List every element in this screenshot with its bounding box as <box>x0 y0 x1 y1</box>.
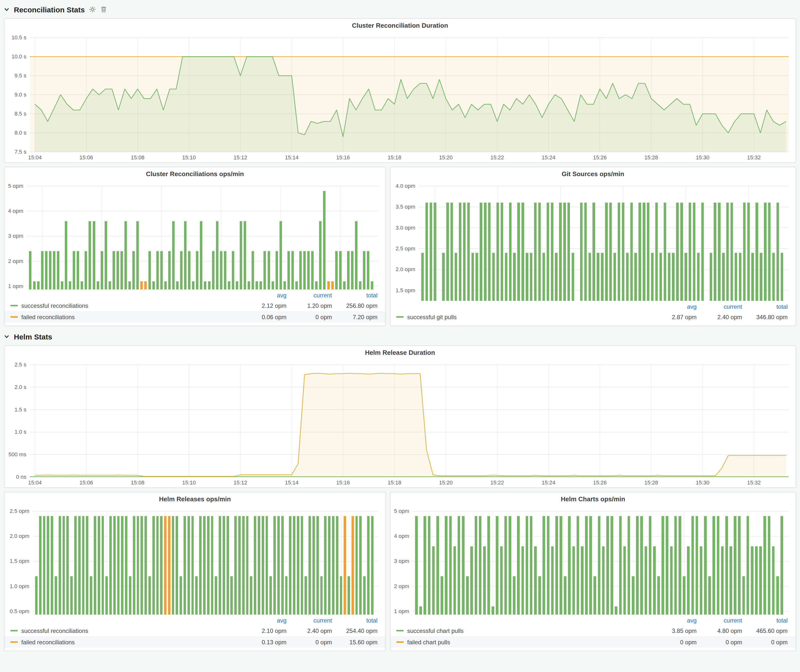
series-name[interactable]: successful chart pulls <box>407 627 464 634</box>
row-title-helm-stats[interactable]: Helm Stats <box>14 332 52 341</box>
series-color-swatch <box>10 305 18 306</box>
panel-row-reconciliation: Cluster Reconciliations ops/min 15:0515:… <box>4 167 796 326</box>
svg-text:2 opm: 2 opm <box>8 258 23 264</box>
svg-text:15:28: 15:28 <box>645 480 658 486</box>
trash-icon[interactable] <box>101 6 107 13</box>
series-name[interactable]: successful reconciliations <box>21 627 88 634</box>
legend-sort-avg[interactable]: avg <box>651 617 697 624</box>
svg-text:15:20: 15:20 <box>439 154 453 161</box>
svg-text:3 opm: 3 opm <box>8 233 23 239</box>
legend-total-value: 465.60 opm <box>742 627 788 634</box>
chart-cluster-reconciliations-opm[interactable]: 15:0515:1015:1515:2015:2515:300 opm1 opm… <box>5 181 386 290</box>
row-header-helm-stats: Helm Stats <box>4 330 796 343</box>
series-name[interactable]: failed chart pulls <box>407 638 450 646</box>
svg-text:15:32: 15:32 <box>747 480 761 486</box>
svg-text:5 opm: 5 opm <box>8 183 23 189</box>
legend-avg-value: 2.12 opm <box>241 302 286 309</box>
chart-helm-release-duration[interactable]: 15:0415:0615:0815:1015:1215:1415:1615:18… <box>5 360 795 487</box>
legend-git-sources: avgcurrenttotalsuccessful git pulls2.87 … <box>390 301 795 326</box>
legend-avg-value: 0 opm <box>651 638 697 646</box>
series-color-swatch <box>10 630 18 631</box>
chart-helm-releases-opm[interactable]: 15:0515:1015:1515:2015:2515:300 opm0.5 o… <box>5 506 386 614</box>
series-name[interactable]: failed reconciliations <box>21 314 75 320</box>
svg-text:2.0 s: 2.0 s <box>14 384 26 390</box>
svg-text:1.5 opm: 1.5 opm <box>10 558 29 564</box>
legend-current-value: 0 opm <box>286 314 332 320</box>
panel-title-helm-charts-opm[interactable]: Helm Charts ops/min <box>390 492 795 506</box>
series-name[interactable]: successful reconciliations <box>21 302 88 309</box>
svg-text:15:22: 15:22 <box>490 480 504 486</box>
svg-text:15:10: 15:10 <box>182 154 196 161</box>
svg-text:3.0 opm: 3.0 opm <box>395 225 415 231</box>
svg-text:1.5 s: 1.5 s <box>14 406 26 413</box>
svg-text:1.5 opm: 1.5 opm <box>395 287 415 293</box>
svg-text:15:20: 15:20 <box>439 480 453 486</box>
legend-avg-value: 0.13 opm <box>241 638 286 646</box>
legend-sort-total[interactable]: total <box>332 292 378 299</box>
panel-title-helm-release-duration[interactable]: Helm Release Duration <box>5 346 795 360</box>
chart-git-sources-opm[interactable]: 15:0515:1015:1515:2015:2515:301.0 opm1.5… <box>390 181 795 301</box>
legend-sort-avg[interactable]: avg <box>651 303 697 310</box>
panel-title-helm-releases-opm[interactable]: Helm Releases ops/min <box>5 492 386 506</box>
svg-text:2.5 s: 2.5 s <box>14 362 26 368</box>
legend-sort-current[interactable]: current <box>286 617 332 624</box>
svg-text:8.0 s: 8.0 s <box>14 130 26 136</box>
row-title-reconciliation-stats[interactable]: Reconciliation Stats <box>14 5 85 14</box>
svg-text:15:12: 15:12 <box>234 480 247 486</box>
svg-text:15:24: 15:24 <box>542 480 555 486</box>
svg-text:15:10: 15:10 <box>182 480 196 486</box>
legend-helm-charts: avgcurrenttotalsuccessful chart pulls3.8… <box>390 614 795 651</box>
svg-text:15:16: 15:16 <box>336 480 350 486</box>
svg-text:15:18: 15:18 <box>388 480 401 486</box>
legend-row: failed reconciliations0.13 opm0 opm15.60… <box>5 636 386 648</box>
legend-sort-total[interactable]: total <box>332 617 378 624</box>
svg-text:2.5 opm: 2.5 opm <box>395 245 415 252</box>
legend-sort-avg[interactable]: avg <box>241 292 286 299</box>
legend-sort-total[interactable]: total <box>742 303 788 310</box>
chevron-down-icon[interactable] <box>4 7 10 12</box>
legend-sort-current[interactable]: current <box>697 303 742 310</box>
svg-text:5 opm: 5 opm <box>394 508 409 514</box>
legend-sort-total[interactable]: total <box>742 617 788 624</box>
legend-total-value: 0 opm <box>742 638 788 646</box>
svg-text:1.0 s: 1.0 s <box>14 429 26 435</box>
legend-sort-current[interactable]: current <box>697 617 742 624</box>
svg-text:10.5 s: 10.5 s <box>11 34 26 41</box>
legend-cluster-reconciliations: avgcurrenttotalsuccessful reconciliation… <box>5 290 386 326</box>
svg-text:15:16: 15:16 <box>336 154 350 161</box>
legend-row: successful reconciliations2.12 opm1.20 o… <box>5 300 386 311</box>
legend-avg-value: 2.87 opm <box>651 314 697 320</box>
svg-text:15:14: 15:14 <box>285 154 299 161</box>
panel-cluster-reconciliation-duration: Cluster Reconciliation Duration 15:0415:… <box>4 18 796 163</box>
svg-text:1 opm: 1 opm <box>394 608 409 614</box>
series-name[interactable]: failed reconciliations <box>21 638 75 646</box>
legend-total-value: 7.20 opm <box>332 314 378 320</box>
legend-current-value: 0 opm <box>697 638 742 646</box>
legend-avg-value: 0.06 opm <box>241 314 286 320</box>
gear-icon[interactable] <box>89 6 96 13</box>
svg-text:7.5 s: 7.5 s <box>14 149 26 155</box>
legend-sort-avg[interactable]: avg <box>241 617 286 624</box>
chart-helm-charts-opm[interactable]: 15:0515:1015:1515:2015:2515:300 opm1 opm… <box>390 506 795 614</box>
svg-text:2.5 opm: 2.5 opm <box>10 508 29 514</box>
svg-text:0.5 opm: 0.5 opm <box>10 608 29 614</box>
legend-row: successful reconciliations2.10 opm2.40 o… <box>5 625 386 636</box>
legend-total-value: 346.80 opm <box>742 314 788 320</box>
panel-cluster-reconciliations-opm: Cluster Reconciliations ops/min 15:0515:… <box>4 167 386 326</box>
chart-cluster-reconciliation-duration[interactable]: 15:0415:0615:0815:1015:1215:1415:1615:18… <box>5 33 795 162</box>
series-color-swatch <box>396 641 404 643</box>
legend-sort-current[interactable]: current <box>286 292 332 299</box>
panel-title-cluster-reconciliations-opm[interactable]: Cluster Reconciliations ops/min <box>5 167 386 181</box>
svg-text:10.0 s: 10.0 s <box>11 53 26 60</box>
legend-row: successful git pulls2.87 opm2.40 opm346.… <box>390 311 795 323</box>
panel-title-cluster-reconciliation-duration[interactable]: Cluster Reconciliation Duration <box>5 19 795 33</box>
svg-text:1.0 opm: 1.0 opm <box>10 583 29 589</box>
legend-row: successful chart pulls3.85 opm4.80 opm46… <box>390 625 795 636</box>
legend-total-value: 256.80 opm <box>332 302 378 309</box>
panel-title-git-sources-opm[interactable]: Git Sources ops/min <box>390 167 795 181</box>
svg-text:2 opm: 2 opm <box>394 583 409 589</box>
chevron-down-icon[interactable] <box>4 334 10 339</box>
series-name[interactable]: successful git pulls <box>407 314 457 320</box>
svg-text:15:08: 15:08 <box>131 154 144 161</box>
svg-text:15:14: 15:14 <box>285 480 299 486</box>
